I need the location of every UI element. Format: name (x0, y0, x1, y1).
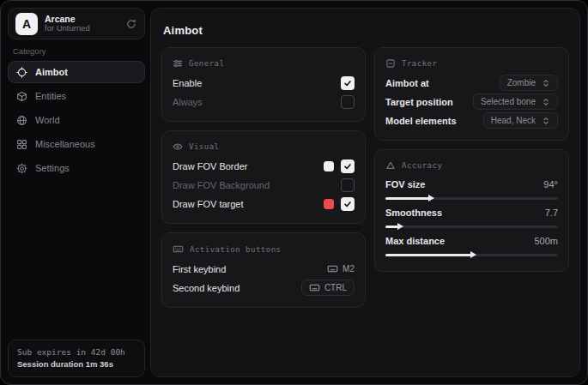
setting-label: Model elements (385, 116, 457, 126)
category-label: Category (13, 46, 46, 56)
setting-label: Smoothness (385, 208, 442, 218)
slider-thumb[interactable] (428, 195, 434, 202)
fov-size-value: 94° (543, 179, 558, 189)
setting-label: Draw FOV Background (173, 180, 270, 190)
sidebar-item-label: Aimbot (35, 67, 68, 77)
setting-row-model-elements: Model elements Head, Neck (385, 111, 558, 129)
fov-target-checkbox[interactable] (341, 197, 355, 211)
smoothness-slider[interactable] (385, 223, 558, 230)
setting-label: Target position (385, 97, 453, 107)
slider-thumb[interactable] (397, 223, 403, 230)
sidebar-item-settings[interactable]: Settings (8, 157, 145, 179)
tracker-card-header: Tracker (385, 57, 558, 74)
setting-label: First keybind (173, 264, 226, 274)
general-card: General Enable Always (161, 47, 366, 122)
keyboard-icon (173, 244, 184, 255)
main-panel: Aimbot General (150, 8, 580, 377)
setting-label: Second keybind (173, 283, 239, 293)
model-elements-dropdown[interactable]: Head, Neck (483, 112, 558, 129)
setting-label: Max distance (385, 236, 445, 246)
grid-icon (16, 139, 27, 150)
enable-checkbox[interactable] (341, 76, 355, 90)
page-title: Aimbot (161, 19, 569, 47)
eye-icon (173, 141, 183, 152)
card-header-label: Accuracy (402, 161, 442, 170)
fov-size-slider[interactable] (385, 195, 558, 202)
dropdown-value: Zombie (507, 78, 536, 87)
sidebar-item-label: World (35, 115, 60, 125)
slider-thumb[interactable] (470, 251, 476, 258)
chevrons-up-down-icon (542, 79, 550, 87)
smoothness-value: 7.7 (545, 208, 558, 218)
setting-label: Draw FOV Border (173, 161, 247, 171)
triangle-icon (385, 160, 396, 171)
card-header-label: Tracker (402, 59, 437, 68)
app-logo-card: A Arcane for Unturned (8, 8, 145, 39)
setting-label: Enable (173, 78, 202, 88)
fov-border-checkbox[interactable] (341, 159, 355, 173)
visual-card-header: Visual (173, 140, 355, 157)
general-card-header: General (173, 57, 355, 74)
accuracy-card: Accuracy FOV size 94° (374, 149, 569, 272)
tracker-card: Tracker Aimbot at Zombie Target position (374, 47, 569, 141)
sliders-icon (173, 58, 183, 69)
setting-label: Draw FOV target (173, 199, 244, 209)
setting-row-fov-border: Draw FOV Border (173, 157, 355, 175)
always-checkbox[interactable] (341, 95, 355, 109)
fov-background-checkbox[interactable] (341, 178, 355, 192)
setting-label: Aimbot at (385, 78, 429, 88)
setting-row-first-keybind: First keybind M2 (173, 260, 355, 278)
activation-card-header: Activation buttons (173, 242, 355, 260)
sidebar-item-label: Miscellaneous (35, 139, 95, 149)
slider-fill (385, 197, 430, 201)
setting-row-aimbot-at: Aimbot at Zombie (385, 74, 558, 92)
sidebar-item-miscellaneous[interactable]: Miscellaneous (8, 133, 145, 155)
keybind-value: CTRL (324, 283, 347, 292)
focus-icon (385, 58, 396, 69)
cube-icon (16, 91, 27, 102)
setting-row-always: Always (173, 93, 355, 111)
sub-expiry-text: Sub expires in 42d 00h (17, 346, 136, 358)
activation-card: Activation buttons First keybind M2 (161, 232, 366, 308)
setting-row-fov-size: FOV size 94° (385, 176, 558, 204)
chevrons-up-down-icon (542, 98, 550, 106)
sidebar-item-aimbot[interactable]: Aimbot (8, 61, 145, 83)
slider-track (385, 226, 558, 228)
setting-row-smoothness: Smoothness 7.7 (385, 204, 558, 232)
sidebar-nav: Aimbot Entities (8, 61, 145, 179)
app-logo: A (15, 13, 38, 35)
subscription-status-card: Sub expires in 42d 00h Session duration … (8, 340, 145, 378)
app-subtitle: for Unturned (45, 24, 118, 33)
card-header-label: General (189, 59, 224, 68)
fov-target-color-swatch[interactable] (324, 199, 334, 209)
setting-label: FOV size (385, 179, 425, 189)
dropdown-value: Head, Neck (491, 116, 536, 125)
first-keybind-button[interactable]: M2 (327, 263, 355, 274)
gear-icon (16, 163, 27, 174)
max-distance-slider[interactable] (385, 251, 558, 258)
aimbot-at-dropdown[interactable]: Zombie (500, 75, 558, 91)
fov-border-color-swatch[interactable] (324, 161, 334, 171)
sidebar-item-world[interactable]: World (8, 109, 145, 131)
app-window: A Arcane for Unturned Category (0, 0, 588, 385)
setting-row-second-keybind: Second keybind CTRL (173, 279, 355, 297)
visual-card: Visual Draw FOV Border Draw FOV Backgrou… (161, 130, 366, 224)
setting-row-target-position: Target position Selected bone (385, 93, 558, 111)
sidebar-item-entities[interactable]: Entities (8, 85, 145, 107)
keyboard-icon (327, 263, 338, 274)
card-header-label: Activation buttons (190, 245, 282, 254)
sidebar-item-label: Entities (35, 91, 66, 101)
setting-row-fov-background: Draw FOV Background (173, 176, 355, 194)
setting-row-max-distance: Max distance 500m (385, 232, 558, 261)
accuracy-card-header: Accuracy (385, 159, 558, 176)
keyboard-icon (309, 282, 320, 293)
refresh-icon[interactable] (125, 18, 137, 30)
app-title-block: Arcane for Unturned (45, 14, 118, 33)
dropdown-value: Selected bone (481, 97, 536, 106)
setting-row-fov-target: Draw FOV target (173, 195, 355, 213)
card-header-label: Visual (189, 142, 220, 151)
second-keybind-button[interactable]: CTRL (301, 280, 355, 296)
sidebar-item-label: Settings (35, 163, 70, 173)
crosshair-icon (16, 67, 27, 78)
target-position-dropdown[interactable]: Selected bone (473, 93, 558, 110)
